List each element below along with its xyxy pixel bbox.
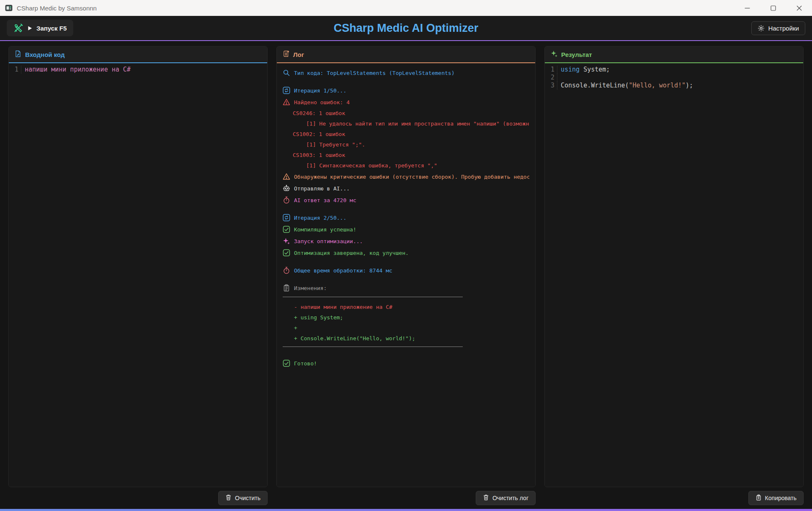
- settings-button[interactable]: Настройки: [751, 21, 805, 35]
- log-text: Отправляю в AI...: [294, 185, 350, 192]
- result-panel-header: Результат: [545, 46, 803, 63]
- clear-log-label: Очистить лог: [492, 495, 528, 501]
- titlebar: CSharp Medic by Samsonnn: [0, 0, 812, 16]
- log-entry: [1] Требуется ";".: [283, 141, 529, 148]
- copy-icon: [755, 494, 762, 502]
- minimize-icon[interactable]: [734, 0, 760, 16]
- log-column: Лог Тип кода: TopLevelStatements (TopLev…: [276, 46, 536, 509]
- log-text: Готово!: [294, 360, 317, 367]
- log-text: Тип кода: TopLevelStatements (TopLevelSt…: [294, 70, 455, 76]
- check-icon: [283, 226, 290, 233]
- log-text: Итерация 1/50...: [294, 87, 346, 94]
- window-title: CSharp Medic by Samsonnn: [17, 5, 734, 12]
- log-separator: [283, 347, 463, 347]
- code-text: [561, 74, 565, 82]
- copy-button-label: Копировать: [765, 495, 797, 501]
- refresh-icon: [283, 87, 290, 94]
- log-text: Оптимизация завершена, код улучшен.: [294, 250, 409, 256]
- line-number: 2: [545, 74, 557, 82]
- log-text: Изменения:: [294, 285, 327, 291]
- code-text: using System;: [561, 66, 610, 74]
- log-text: CS0246: 1 ошибок: [283, 110, 345, 116]
- input-panel-header: Входной код: [9, 46, 267, 63]
- copy-button[interactable]: Копировать: [748, 491, 804, 505]
- log-entry: +: [283, 325, 529, 331]
- log-text: [1] Требуется ";".: [283, 141, 365, 148]
- app-icon: [5, 4, 13, 12]
- settings-button-label: Настройки: [768, 25, 799, 32]
- log-entry: Обнаружены критические ошибки (отсутстви…: [283, 173, 529, 180]
- run-button[interactable]: Запуск F5: [7, 20, 73, 36]
- log-entry: Изменения:: [283, 284, 529, 292]
- log-entry: CS1002: 1 ошибок: [283, 131, 529, 137]
- code-text: напиши мини приложение на C#: [25, 66, 131, 74]
- clear-log-button[interactable]: Очистить лог: [476, 491, 536, 505]
- close-icon[interactable]: [786, 0, 812, 16]
- log-spacer: [283, 261, 529, 267]
- log-spacer: [283, 354, 529, 359]
- trash-icon: [483, 494, 489, 502]
- log-text: AI ответ за 4720 мс: [294, 197, 356, 203]
- input-button-row: Очистить: [8, 487, 268, 509]
- code-line: 2: [545, 74, 803, 82]
- robot-icon: [283, 185, 290, 192]
- gear-icon: [758, 25, 765, 32]
- line-number: 1: [545, 66, 557, 74]
- page-title: CSharp Medic AI Optimizer: [0, 22, 812, 35]
- maximize-icon[interactable]: [760, 0, 786, 16]
- magnifier-icon: [283, 69, 290, 77]
- result-button-row: Копировать: [544, 487, 804, 509]
- stopwatch-icon: [283, 196, 290, 204]
- log-text: Компиляция успешна!: [294, 226, 356, 233]
- log-entry: Оптимизация завершена, код улучшен.: [283, 249, 529, 257]
- log-entry: [1] Не удалось найти тип или имя простра…: [283, 121, 529, 127]
- log-text: [1] Синтаксическая ошибка, требуется ",": [283, 162, 437, 169]
- document-edit-icon: [15, 50, 22, 59]
- warning-icon: [283, 98, 290, 106]
- log-output[interactable]: Тип кода: TopLevelStatements (TopLevelSt…: [277, 63, 535, 487]
- log-text: Обнаружены критические ошибки (отсутстви…: [294, 174, 529, 180]
- log-text: + Console.WriteLine("Hello, world!");: [283, 335, 415, 342]
- play-icon: [27, 26, 33, 31]
- log-text: - напиши мини приложение на C#: [283, 304, 392, 310]
- log-entry: AI ответ за 4720 мс: [283, 196, 529, 204]
- log-entry: Итерация 2/50...: [283, 214, 529, 221]
- log-text: Найдено ошибок: 4: [294, 99, 350, 105]
- log-text: [1] Не удалось найти тип или имя простра…: [283, 121, 529, 127]
- input-editor[interactable]: 1напиши мини приложение на C#: [9, 63, 267, 487]
- scroll-icon: [283, 50, 290, 59]
- log-entry: - напиши мини приложение на C#: [283, 304, 529, 310]
- clear-input-button[interactable]: Очистить: [218, 491, 268, 505]
- log-text: Общее время обработки: 8744 мс: [294, 267, 392, 274]
- log-text: +: [283, 325, 297, 331]
- check-icon: [283, 359, 290, 367]
- tools-icon: [13, 23, 23, 33]
- log-panel: Лог Тип кода: TopLevelStatements (TopLev…: [276, 46, 536, 487]
- log-entry: CS1003: 1 ошибок: [283, 152, 529, 158]
- stopwatch-icon: [283, 267, 290, 274]
- log-entry: Запуск оптимизации...: [283, 237, 529, 245]
- bottom-accent-strip: [0, 509, 812, 511]
- log-entry: + using System;: [283, 314, 529, 321]
- code-line: 3Console.WriteLine("Hello, world!");: [545, 82, 803, 90]
- result-viewer[interactable]: 1using System;2 3Console.WriteLine("Hell…: [545, 63, 803, 487]
- line-number: 1: [9, 66, 21, 74]
- main-area: Входной код 1напиши мини приложение на C…: [0, 41, 812, 509]
- log-spacer: [283, 81, 529, 87]
- input-panel: Входной код 1напиши мини приложение на C…: [8, 46, 268, 487]
- check-icon: [283, 249, 290, 257]
- code-line: 1using System;: [545, 66, 803, 74]
- result-panel: Результат 1using System;2 3Console.Write…: [544, 46, 804, 487]
- refresh-icon: [283, 214, 290, 221]
- result-panel-title: Результат: [561, 51, 592, 58]
- input-column: Входной код 1напиши мини приложение на C…: [8, 46, 268, 509]
- log-panel-title: Лог: [293, 51, 304, 58]
- log-entry: Найдено ошибок: 4: [283, 98, 529, 106]
- log-text: + using System;: [283, 314, 343, 321]
- code-text: Console.WriteLine("Hello, world!");: [561, 82, 693, 90]
- log-spacer: [283, 278, 529, 284]
- log-entry: Тип кода: TopLevelStatements (TopLevelSt…: [283, 69, 529, 77]
- log-text: CS1002: 1 ошибок: [283, 131, 345, 137]
- input-panel-title: Входной код: [25, 51, 65, 58]
- app-window: CSharp Medic by Samsonnn Запуск F5 CShar…: [0, 0, 812, 511]
